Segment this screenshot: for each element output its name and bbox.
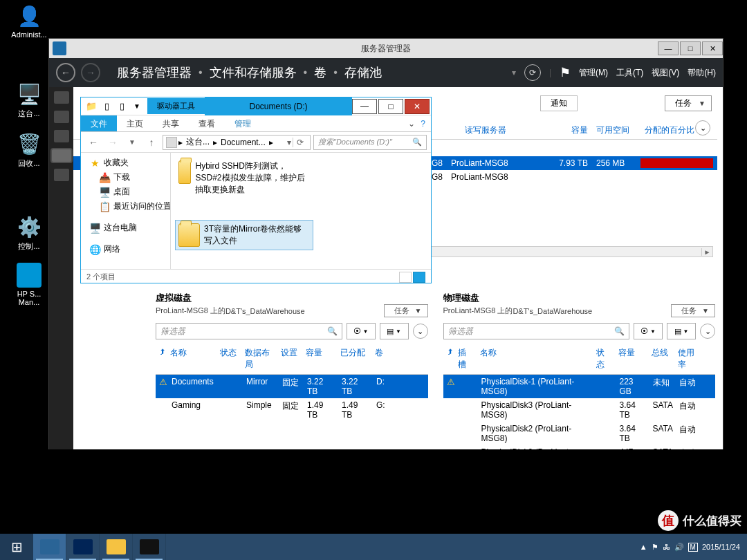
folder-label: Hybird SSHD阵列测试，SSD#2模拟发生故障，维护后抽取更换新盘	[195, 160, 310, 196]
tab-file[interactable]: 文件	[81, 115, 117, 131]
warning-icon: ⚠	[156, 377, 168, 396]
forward-button[interactable]: →	[104, 134, 121, 151]
flag-icon[interactable]: ⚑	[560, 65, 571, 80]
close-button[interactable]: ✕	[405, 99, 430, 114]
titlebar[interactable]: 📁 ▯ ▯ ▼ 驱动器工具 Documents (D:) — □ ✕	[81, 97, 431, 115]
menu-view[interactable]: 视图(V)	[652, 67, 679, 79]
nav-item[interactable]	[54, 111, 69, 123]
breadcrumb-item[interactable]: 存储池	[344, 64, 382, 81]
warning-icon: ⚠	[443, 377, 456, 396]
desktop-icon-recycle[interactable]: 🗑️回收...	[8, 131, 50, 169]
tree-thispc[interactable]: 🖥️这台电脑	[84, 221, 167, 235]
taskbar-powershell[interactable]	[66, 534, 100, 560]
flag-icon[interactable]: ⚑	[652, 543, 658, 552]
tab-share[interactable]: 共享	[153, 115, 189, 131]
refresh-icon[interactable]: ⟳	[293, 138, 307, 147]
volume-icon[interactable]: 🔊	[674, 543, 684, 552]
filter-dropdown[interactable]: ⦿ ▼	[634, 323, 663, 339]
qat-dropdown[interactable]: ▼	[131, 100, 143, 113]
desktop-icon-admin[interactable]: 👤Administ...	[8, 3, 50, 39]
start-button[interactable]: ⊞	[0, 534, 33, 560]
tab-manage[interactable]: 管理	[225, 115, 261, 131]
filter-dropdown[interactable]: ⦿ ▼	[347, 323, 376, 339]
chevron-down-icon[interactable]: ⌄	[408, 119, 415, 129]
desktop-icon-hp[interactable]: HP S... Man...	[8, 263, 50, 306]
system-tray[interactable]: ▲ ⚑ 🖧 🔊 M 2015/11/24	[633, 534, 747, 560]
virtual-disks-pane: 虚拟磁盘 ProLiant-MSG8 上的 D&T's_DataWarehous…	[155, 291, 429, 449]
nav-tree: ★收藏夹 📥下载 🖥️桌面 📋最近访问的位置 🖥️这台电脑 🌐网络	[81, 153, 171, 269]
tray-icon[interactable]: ▲	[640, 543, 647, 551]
star-icon: ★	[89, 158, 100, 169]
expand-button[interactable]: ⌄	[413, 324, 428, 339]
nav-item[interactable]	[54, 130, 69, 142]
table-row[interactable]: ⚠ Documents Mirror 固定 3.22 TB 3.22 TB D:	[156, 375, 428, 398]
view-icons-button[interactable]	[413, 272, 425, 283]
table-row[interactable]: PhysicalDisk3 (ProLiant-MSG8) 3.64 TB SA…	[443, 398, 716, 422]
tree-network[interactable]: 🌐网络	[84, 242, 167, 256]
tab-view[interactable]: 查看	[189, 115, 225, 131]
ime-icon[interactable]: M	[688, 543, 698, 552]
tree-desktop[interactable]: 🖥️桌面	[84, 185, 167, 199]
help-icon[interactable]: ?	[421, 119, 425, 129]
search-icon[interactable]: 🔍	[614, 326, 625, 336]
properties-icon[interactable]: ▯	[100, 100, 113, 113]
nav-item-active[interactable]	[52, 149, 71, 162]
search-icon[interactable]: 🔍	[412, 138, 422, 147]
folder-item[interactable]: Hybird SSHD阵列测试，SSD#2模拟发生故障，维护后抽取更换新盘	[175, 157, 313, 199]
filter-input[interactable]: 筛选器🔍	[443, 323, 630, 339]
menu-tools[interactable]: 工具(T)	[616, 67, 643, 79]
ribbon-context-tab[interactable]: 驱动器工具	[147, 98, 205, 114]
taskbar-cmd[interactable]	[133, 534, 166, 560]
forward-button[interactable]: →	[81, 63, 100, 82]
titlebar[interactable]: 服务器管理器 — □ ✕	[49, 39, 723, 58]
desktop-icon-pc[interactable]: 🖥️这台...	[8, 82, 50, 119]
search-icon[interactable]: 🔍	[327, 326, 338, 336]
menu-manage[interactable]: 管理(M)	[579, 67, 608, 79]
back-button[interactable]: ←	[85, 134, 102, 151]
table-row[interactable]: PhysicalDisk2 (ProLiant-MSG8) 3.64 TB SA…	[443, 422, 716, 445]
taskbar-explorer[interactable]	[100, 534, 133, 560]
task-dropdown[interactable]: 任务▼	[384, 304, 428, 317]
address-bar[interactable]: ▸ 这台...▸ Document...▸ ▾ ⟳	[163, 135, 311, 150]
new-folder-icon[interactable]: ▯	[116, 100, 128, 113]
search-input[interactable]: 搜索"Documents (D:)" 🔍	[313, 135, 427, 150]
taskbar-server-manager[interactable]	[33, 534, 66, 560]
minimize-button[interactable]: —	[352, 99, 377, 114]
breadcrumb-bar: ← → 服务器管理器• 文件和存储服务• 卷• 存储池 ▾ ⟳ | ⚑ 管理(M…	[49, 58, 723, 87]
filter-dropdown[interactable]: ▤ ▼	[667, 323, 696, 339]
table-row[interactable]: PhysicalDisk0 (ProLiant-MSG8) 447 GB SAT…	[443, 445, 716, 449]
tree-favorites[interactable]: ★收藏夹	[84, 156, 167, 170]
breadcrumb-item[interactable]: 文件和存储服务	[210, 64, 297, 81]
nav-item[interactable]	[54, 169, 69, 181]
breadcrumb-item[interactable]: 卷	[314, 64, 326, 81]
expand-button[interactable]: ⌄	[700, 324, 715, 339]
desktop-icon-control[interactable]: ⚙️控制...	[8, 214, 50, 252]
tab-home[interactable]: 主页	[117, 115, 153, 131]
task-dropdown[interactable]: 任务▼	[665, 95, 712, 111]
folder-icon	[178, 223, 200, 247]
pane-subtitle: ProLiant-MSG8 上的 D&T's_DataWarehouse 任务▼	[156, 304, 428, 317]
nav-item[interactable]	[54, 91, 69, 104]
tree-downloads[interactable]: 📥下载	[84, 170, 167, 185]
task-dropdown[interactable]: 任务▼	[671, 304, 715, 317]
file-view[interactable]: Hybird SSHD阵列测试，SSD#2模拟发生故障，维护后抽取更换新盘 3T…	[171, 153, 431, 269]
back-button[interactable]: ←	[56, 63, 75, 82]
menu-help[interactable]: 帮助(H)	[688, 67, 716, 79]
network-icon[interactable]: 🖧	[663, 543, 670, 551]
clock[interactable]: 2015/11/24	[702, 543, 740, 551]
maximize-button[interactable]: □	[378, 99, 403, 114]
recent-dropdown[interactable]: ▼	[124, 134, 140, 151]
view-details-button[interactable]	[399, 272, 412, 283]
filter-input[interactable]: 筛选器🔍	[156, 323, 342, 339]
table-row[interactable]: ⚠ PhysicalDisk-1 (ProLiant-MSG8) 223 GB …	[443, 375, 716, 398]
tree-recent[interactable]: 📋最近访问的位置	[84, 199, 167, 214]
folder-item[interactable]: 3T容量的Mirror卷依然能够写入文件	[175, 220, 313, 250]
table-header: ⮭ 插槽 名称 状态 容量 总线 使用率	[443, 345, 716, 375]
table-row[interactable]: Gaming Simple 固定 1.49 TB 1.49 TB G:	[156, 398, 428, 422]
refresh-icon[interactable]: ⟳	[524, 64, 541, 81]
pane-title: 物理磁盘	[443, 292, 716, 304]
breadcrumb-item[interactable]: 服务器管理器	[117, 64, 192, 81]
up-button[interactable]: ↑	[143, 134, 160, 151]
notify-button[interactable]: 通知	[540, 95, 578, 111]
filter-dropdown[interactable]: ▤ ▼	[380, 323, 409, 339]
